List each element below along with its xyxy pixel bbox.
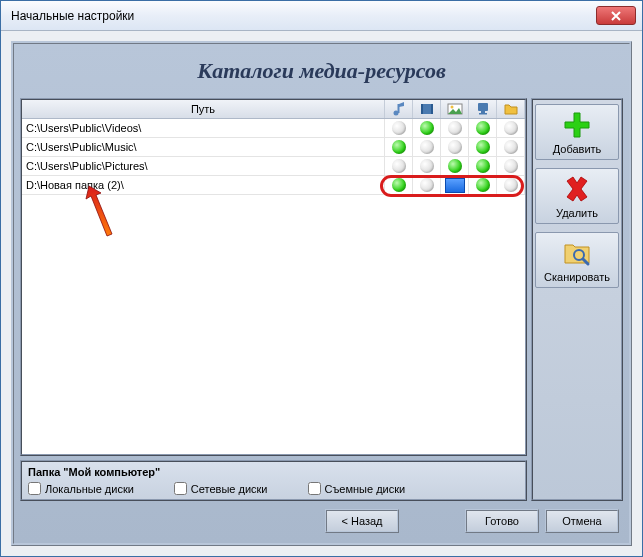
network-disks-checkbox[interactable]: Сетевые диски [174,482,268,495]
toggle-cell[interactable] [413,176,441,194]
svg-point-6 [450,106,453,109]
right-column: Добавить Удалить Сканировать [531,98,623,501]
toggle-cell[interactable] [385,119,413,137]
inner-frame: Каталоги медиа-ресурсов Путь [11,41,632,546]
toggle-cell[interactable] [497,138,525,156]
toggle-cell[interactable] [385,157,413,175]
video-icon [419,101,435,117]
my-computer-panel: Папка "Мой компьютер" Локальные диски Се… [20,460,527,501]
main-panel: Путь C:\Users\Public\Videos\C:\Users\Pub… [20,98,623,501]
path-table: Путь C:\Users\Public\Videos\C:\Users\Pub… [20,98,527,456]
col-header-path[interactable]: Путь [22,100,385,118]
selected-square [445,178,465,193]
toggle-cell[interactable] [469,138,497,156]
table-row[interactable]: C:\Users\Public\Videos\ [22,119,525,138]
status-dot [448,140,462,154]
toggle-cell[interactable] [497,157,525,175]
status-dot [504,178,518,192]
toggle-cell[interactable] [497,119,525,137]
delete-label: Удалить [556,207,598,219]
status-dot [476,121,490,135]
scan-icon [561,237,593,269]
table-row[interactable]: C:\Users\Public\Music\ [22,138,525,157]
toggle-cell[interactable] [497,176,525,194]
svg-rect-8 [481,111,485,113]
status-dot [448,159,462,173]
removable-disks-checkbox[interactable]: Съемные диски [308,482,406,495]
status-dot [504,121,518,135]
toggle-cell[interactable] [469,176,497,194]
status-dot [392,178,406,192]
window-title: Начальные настройки [7,9,596,23]
add-label: Добавить [553,143,602,155]
toggle-cell[interactable] [469,119,497,137]
toggle-cell[interactable] [413,157,441,175]
delete-button[interactable]: Удалить [535,168,619,224]
back-button[interactable]: < Назад [325,509,399,533]
finish-button[interactable]: Готово [465,509,539,533]
table-header: Путь [22,100,525,119]
status-dot [392,159,406,173]
status-dot [448,121,462,135]
status-dot [420,159,434,173]
toggle-cell[interactable] [385,176,413,194]
local-disks-input[interactable] [28,482,41,495]
status-dot [392,121,406,135]
scan-label: Сканировать [544,271,610,283]
table-row[interactable]: D:\Новая папка (2)\ [22,176,525,195]
table-row[interactable]: C:\Users\Public\Pictures\ [22,157,525,176]
network-disks-input[interactable] [174,482,187,495]
toggle-cell[interactable] [413,138,441,156]
svg-rect-4 [431,104,433,114]
close-icon [611,11,621,21]
svg-rect-9 [479,113,487,115]
col-header-video[interactable] [413,100,441,118]
status-dot [504,140,518,154]
add-button[interactable]: Добавить [535,104,619,160]
toggle-cell[interactable] [441,157,469,175]
folder-icon [503,101,519,117]
scan-button[interactable]: Сканировать [535,232,619,288]
toggle-cell[interactable] [441,119,469,137]
path-cell: C:\Users\Public\Music\ [22,138,385,156]
left-column: Путь C:\Users\Public\Videos\C:\Users\Pub… [20,98,527,501]
cancel-button[interactable]: Отмена [545,509,619,533]
col-header-folder[interactable] [497,100,525,118]
toggle-cell[interactable] [441,138,469,156]
titlebar: Начальные настройки [1,1,642,31]
local-disks-checkbox[interactable]: Локальные диски [28,482,134,495]
toggle-cell[interactable] [413,119,441,137]
col-header-stream[interactable] [469,100,497,118]
col-header-image[interactable] [441,100,469,118]
removable-disks-input[interactable] [308,482,321,495]
page-title: Каталоги медиа-ресурсов [20,50,623,98]
status-dot [392,140,406,154]
stream-icon [475,101,491,117]
music-icon [391,101,407,117]
path-cell: C:\Users\Public\Pictures\ [22,157,385,175]
path-cell: C:\Users\Public\Videos\ [22,119,385,137]
plus-icon [561,109,593,141]
status-dot [420,140,434,154]
status-dot [476,178,490,192]
toggle-cell[interactable] [385,138,413,156]
status-dot [420,178,434,192]
toggle-cell[interactable] [441,176,469,194]
dialog-window: Начальные настройки Каталоги медиа-ресур… [0,0,643,557]
col-header-music[interactable] [385,100,413,118]
toggle-cell[interactable] [469,157,497,175]
path-cell: D:\Новая папка (2)\ [22,176,385,194]
status-dot [476,140,490,154]
removable-disks-label: Съемные диски [325,483,406,495]
status-dot [476,159,490,173]
button-bar: < Назад Готово Отмена [20,501,623,537]
status-dot [504,159,518,173]
close-button[interactable] [596,6,636,25]
status-dot [420,121,434,135]
my-computer-title: Папка "Мой компьютер" [28,466,519,482]
image-icon [447,101,463,117]
svg-rect-7 [478,103,488,111]
svg-rect-3 [421,104,423,114]
local-disks-label: Локальные диски [45,483,134,495]
content-area: Каталоги медиа-ресурсов Путь [1,31,642,556]
